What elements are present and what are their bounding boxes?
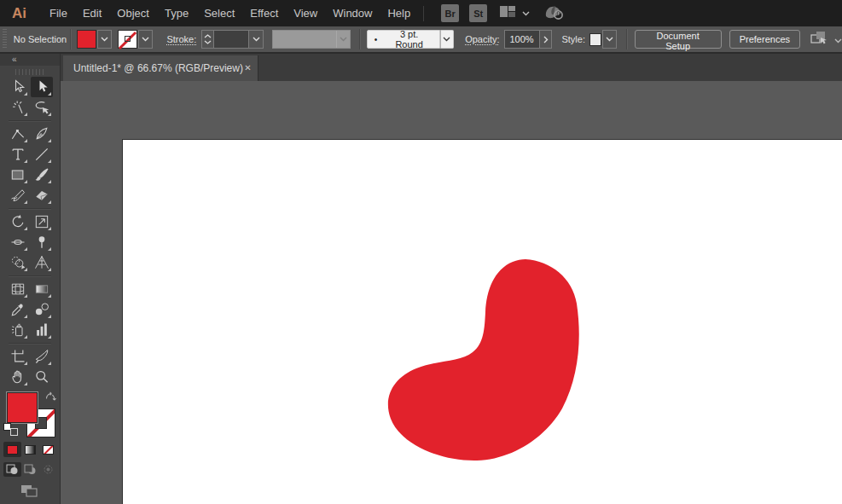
- draw-inside-button[interactable]: [39, 462, 57, 477]
- perspective-grid-tool[interactable]: [31, 252, 53, 273]
- graphic-style-dropdown[interactable]: [602, 30, 616, 49]
- tool-separator: [9, 208, 51, 209]
- none-button[interactable]: [39, 442, 57, 457]
- sync-status[interactable]: [543, 3, 566, 24]
- width-tool[interactable]: [7, 232, 29, 252]
- sync-icon: [543, 3, 566, 24]
- stroke-weight-control: [201, 30, 264, 49]
- mesh-tool[interactable]: [7, 279, 29, 299]
- eraser-tool[interactable]: [31, 185, 53, 206]
- preferences-button[interactable]: Preferences: [729, 30, 800, 49]
- opacity-label[interactable]: Opacity:: [465, 34, 499, 44]
- fill-color-dropdown[interactable]: [97, 30, 112, 49]
- stroke-color-dropdown[interactable]: [138, 30, 153, 49]
- gradient-tool[interactable]: [31, 279, 53, 299]
- stroke-weight-field[interactable]: [213, 31, 249, 48]
- default-fill-stroke-icon[interactable]: [3, 423, 18, 436]
- menu-window[interactable]: Window: [325, 2, 380, 25]
- paintbrush-tool[interactable]: [31, 165, 53, 185]
- menu-help[interactable]: Help: [380, 2, 418, 25]
- brush-definition-chevron[interactable]: [440, 30, 454, 49]
- slice-tool[interactable]: [31, 346, 53, 367]
- tool-grid: [0, 77, 60, 387]
- stock-button[interactable]: St: [469, 4, 487, 22]
- workspace-switcher[interactable]: [499, 5, 530, 21]
- shape-builder-tool[interactable]: [7, 252, 29, 273]
- menu-type[interactable]: Type: [157, 2, 196, 25]
- selection-tool[interactable]: [31, 77, 53, 97]
- tools-panel-grip[interactable]: [15, 69, 44, 75]
- control-bar: No Selection Stroke:: [0, 26, 842, 54]
- tool-separator: [9, 343, 51, 344]
- tools-panel-header: «: [0, 54, 60, 66]
- graphic-style-swatch[interactable]: [589, 33, 601, 46]
- divider: [70, 29, 71, 49]
- fill-color-swatch[interactable]: [77, 30, 96, 49]
- stroke-weight-dropdown[interactable]: [249, 31, 263, 48]
- menu-bar: Ai File Edit Object Type Select Effect V…: [0, 0, 842, 26]
- artboard[interactable]: [122, 139, 842, 504]
- blob-shape[interactable]: [388, 259, 579, 461]
- draw-normal-button[interactable]: [3, 462, 21, 477]
- brush-definition-dropdown[interactable]: • 3 pt. Round: [367, 30, 440, 49]
- scale-tool[interactable]: [31, 211, 53, 232]
- collapse-panel-icon[interactable]: «: [12, 55, 17, 65]
- stroke-color-swatch[interactable]: [118, 30, 137, 49]
- fill-stroke-indicator: [0, 391, 60, 438]
- divider: [359, 29, 360, 49]
- artboard-tool[interactable]: [7, 346, 29, 367]
- selection-status: No Selection: [14, 34, 71, 44]
- stroke-weight-stepper[interactable]: [202, 31, 213, 48]
- screen-mode-icon[interactable]: [20, 484, 38, 500]
- draw-behind-button[interactable]: [21, 462, 39, 477]
- color-button[interactable]: [3, 442, 21, 457]
- magic-wand-tool[interactable]: [7, 97, 29, 118]
- width-profile-dropdown: [272, 30, 351, 49]
- menu-edit[interactable]: Edit: [75, 2, 109, 25]
- pen-tool[interactable]: [31, 124, 53, 144]
- puppet-warp-tool[interactable]: [31, 232, 53, 252]
- lasso-tool[interactable]: [31, 97, 53, 118]
- rectangle-tool[interactable]: [7, 165, 29, 185]
- hand-tool[interactable]: [7, 367, 29, 387]
- chevron-down-icon: [834, 32, 842, 47]
- line-segment-tool[interactable]: [31, 144, 53, 165]
- menu-object[interactable]: Object: [109, 2, 157, 25]
- drawing-mode-buttons: [0, 462, 60, 477]
- opacity-field[interactable]: 100%: [504, 30, 541, 49]
- tool-separator: [9, 275, 51, 276]
- curvature-tool[interactable]: [7, 124, 29, 144]
- zoom-tool[interactable]: [31, 367, 53, 387]
- menu-effect[interactable]: Effect: [242, 2, 286, 25]
- menu-file[interactable]: File: [42, 2, 75, 25]
- rotate-tool[interactable]: [7, 211, 29, 232]
- fill-indicator[interactable]: [7, 392, 38, 423]
- arrange-panel-control[interactable]: [810, 31, 842, 48]
- brush-definition-value: 3 pt. Round: [386, 29, 432, 49]
- menu-view[interactable]: View: [286, 2, 325, 25]
- close-icon[interactable]: ✕: [243, 61, 253, 75]
- eyedropper-tool[interactable]: [7, 299, 29, 320]
- menubar-divider: [423, 6, 424, 21]
- swap-fill-stroke-icon[interactable]: [44, 391, 57, 407]
- chevron-down-icon: [336, 31, 350, 48]
- stroke-weight-label[interactable]: Stroke:: [166, 34, 196, 44]
- opacity-expand-button[interactable]: [540, 30, 552, 49]
- gradient-button[interactable]: [21, 442, 39, 457]
- column-graph-tool[interactable]: [31, 320, 53, 340]
- brush-preview-dot: •: [375, 35, 378, 44]
- bridge-button[interactable]: Br: [441, 4, 459, 22]
- workspace-layout-icon: [499, 5, 516, 21]
- menu-select[interactable]: Select: [196, 2, 242, 25]
- symbol-sprayer-tool[interactable]: [7, 320, 29, 340]
- divider: [626, 29, 627, 49]
- pencil-tool[interactable]: [7, 185, 29, 206]
- main-menu: File Edit Object Type Select Effect View…: [42, 2, 418, 25]
- type-tool[interactable]: [7, 144, 29, 165]
- canvas-area[interactable]: [61, 81, 842, 504]
- direct-selection-tool[interactable]: [7, 77, 29, 97]
- document-tab[interactable]: Untitled-1* @ 66.67% (RGB/Preview) ✕: [63, 55, 258, 81]
- document-setup-button[interactable]: Document Setup: [635, 30, 722, 49]
- blend-tool[interactable]: [31, 299, 53, 320]
- control-bar-grip[interactable]: [3, 29, 7, 49]
